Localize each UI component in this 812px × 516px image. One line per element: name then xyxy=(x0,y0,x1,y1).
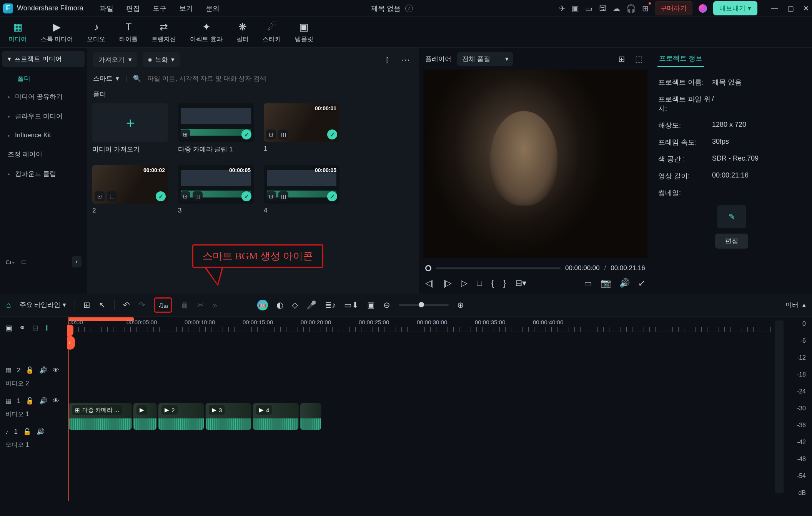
mic-icon[interactable]: 🎤 xyxy=(306,300,316,310)
export-button[interactable]: 내보내기▾ xyxy=(713,1,757,15)
playhead[interactable] xyxy=(68,317,69,501)
track-head-video-2[interactable]: ▦2 🔓 🔊 👁 xyxy=(4,362,63,379)
buy-button[interactable]: 구매하기 xyxy=(655,1,692,15)
zoom-out-icon[interactable]: ⊖ xyxy=(383,300,390,310)
play-icon[interactable]: ▷ xyxy=(461,278,468,288)
cursor-icon[interactable]: ↖ xyxy=(99,300,106,310)
tab-titles[interactable]: T타이틀 xyxy=(118,19,139,46)
marker-icon[interactable]: ◇ xyxy=(292,300,298,310)
folder-icon[interactable]: 🗀 xyxy=(21,258,27,265)
filter-icon[interactable]: ⫿ xyxy=(386,55,390,65)
zoom-in-icon[interactable]: ⊕ xyxy=(457,300,464,310)
render-icon[interactable]: ▭⬇ xyxy=(344,300,359,310)
track-head-video-1[interactable]: ▦1 🔓 🔊 👁 xyxy=(4,392,63,410)
visibility-icon[interactable]: 👁 xyxy=(53,367,59,374)
visibility-icon[interactable]: 👁 xyxy=(53,397,59,405)
menu-view[interactable]: 보기 xyxy=(179,5,193,12)
undo-icon[interactable]: ↶ xyxy=(123,300,130,310)
timeline-clip-3[interactable]: ▶3 xyxy=(205,403,251,430)
track-video-2[interactable] xyxy=(67,359,771,389)
more-tools-icon[interactable]: » xyxy=(213,300,217,310)
tablet-icon[interactable]: ▣ xyxy=(572,4,579,13)
sidebar-item-influence-kit[interactable]: ▸Influence Kit xyxy=(2,127,85,144)
lock-icon[interactable]: 🔓 xyxy=(26,397,34,405)
sidebar-item-share-media[interactable]: ▸미디어 공유하기 xyxy=(2,88,85,106)
grid-view-icon[interactable]: ⊞ xyxy=(618,55,625,64)
tab-stickers[interactable]: ☄스티커 xyxy=(261,19,283,46)
cut-icon[interactable]: ✂ xyxy=(197,300,204,310)
edit-button[interactable]: 편집 xyxy=(715,234,748,249)
apps-icon[interactable]: ⊞ xyxy=(642,4,649,13)
menu-file[interactable]: 파일 xyxy=(100,5,113,12)
delete-icon[interactable]: 🗑 xyxy=(181,300,189,310)
thumbnail-slot[interactable]: ✎ xyxy=(717,205,746,228)
snap-off-icon[interactable]: ⊟ xyxy=(32,324,38,332)
tab-templates[interactable]: ▣템플릿 xyxy=(293,19,315,46)
sidebar-item-adjustment-layer[interactable]: 조정 레이어 xyxy=(2,145,85,163)
redo-icon[interactable]: ↷ xyxy=(138,300,145,310)
ai-copilot-icon[interactable]: 🤖 xyxy=(257,300,268,310)
color-wheel-icon[interactable]: ◐ xyxy=(276,300,283,310)
media-clip-1[interactable]: 00:00:01 ⊡◫ ✓ 1 xyxy=(264,103,339,154)
sidebar-item-compound-clip[interactable]: ▸컴파운드 클립 xyxy=(2,165,85,183)
volume-icon[interactable]: 🔊 xyxy=(619,278,630,288)
prev-frame-icon[interactable]: ◁| xyxy=(425,278,434,288)
mute-icon[interactable]: 🔊 xyxy=(39,397,47,405)
timeline-clip-2[interactable]: ▶2 xyxy=(158,403,204,430)
timeline-clip-end[interactable] xyxy=(300,403,321,430)
timeline-tracks[interactable]: 00:00 00:00:05:00 00:00:10:00 00:00:15:0… xyxy=(67,317,771,501)
tab-effects[interactable]: ✦이펙트 효과 xyxy=(188,19,224,46)
media-thumb[interactable]: 00:00:05 ⊡◫ ✓ xyxy=(264,165,339,204)
folder-add-icon[interactable]: 🗀₊ xyxy=(5,258,15,265)
mark-out-icon[interactable]: } xyxy=(503,278,506,288)
tab-stock-media[interactable]: ▶스톡 미디어 xyxy=(39,19,75,46)
play-pause-icon[interactable]: |▷ xyxy=(443,278,452,288)
sidebar-item-project-media[interactable]: ▾프로젝트 미디어 xyxy=(2,51,85,67)
expand-icon[interactable]: ⤢ xyxy=(638,278,645,288)
link-icon[interactable]: ⚭ xyxy=(19,324,25,332)
home-icon[interactable]: ⌂ xyxy=(6,300,11,310)
media-thumb[interactable]: 00:00:05 ⊡◫ ✓ xyxy=(178,165,254,204)
import-dropdown[interactable]: 가져오기▾ xyxy=(93,52,137,67)
timeline-dropdown[interactable]: 주요 타임라인▾ xyxy=(20,300,67,309)
track-video-1[interactable]: ⊞다중 카메라 ... ▶ ▶2 ▶3 ▶4 xyxy=(67,403,771,433)
media-thumb[interactable]: 00:00:02 ⊡◫ ✓ xyxy=(92,165,168,204)
smart-mode-dropdown[interactable]: 스마트▾ xyxy=(93,74,119,83)
audio-mix-icon[interactable]: ≣♪ xyxy=(325,300,336,310)
playhead-start-icon[interactable] xyxy=(425,265,431,271)
track-audio-1[interactable] xyxy=(67,438,771,456)
search-icon[interactable]: 🔍 xyxy=(133,75,141,83)
more-icon[interactable]: ⋯ xyxy=(401,55,410,65)
scope-icon[interactable]: ⬚ xyxy=(635,55,643,64)
cloud-icon[interactable]: ☁ xyxy=(612,4,620,13)
lock-icon[interactable]: 🔓 xyxy=(26,366,34,374)
menu-help[interactable]: 문의 xyxy=(206,5,220,12)
media-import-cell[interactable]: ＋ 미디어 가져오기 xyxy=(92,103,168,154)
tab-media[interactable]: ▦미디어 xyxy=(7,19,28,46)
user-avatar-icon[interactable] xyxy=(699,4,707,13)
tab-audio[interactable]: ♪오디오 xyxy=(85,19,107,46)
maximize-icon[interactable]: ▢ xyxy=(787,4,794,13)
timeline-thumbs-icon[interactable]: ▣ xyxy=(5,324,12,332)
menu-tools[interactable]: 도구 xyxy=(153,5,166,12)
mark-in-icon[interactable]: { xyxy=(491,278,494,288)
playhead-handle-icon[interactable] xyxy=(67,325,73,337)
zoom-knob-icon[interactable] xyxy=(419,302,424,307)
mute-icon[interactable]: 🔊 xyxy=(39,366,47,374)
close-icon[interactable]: ✕ xyxy=(803,4,809,13)
send-icon[interactable]: ✈ xyxy=(559,4,566,13)
magnet-icon[interactable]: ⊞ xyxy=(83,300,90,310)
snapshot-icon[interactable]: 📷 xyxy=(601,278,611,288)
stop-icon[interactable]: □ xyxy=(477,278,482,288)
collapse-sidebar-icon[interactable]: ‹ xyxy=(72,256,82,267)
minimize-icon[interactable]: — xyxy=(771,4,778,13)
auto-ripple-icon[interactable]: ⫿ xyxy=(45,324,49,332)
timeline-ruler[interactable]: 00:00 00:00:05:00 00:00:10:00 00:00:15:0… xyxy=(67,317,771,332)
timeline-clip-multicam[interactable]: ⊞다중 카메라 ... xyxy=(68,403,132,430)
track-head-audio-1[interactable]: ♪1 🔓 🔊 xyxy=(4,423,63,440)
tab-filters[interactable]: ❋필터 xyxy=(235,19,250,46)
preview-scrubber[interactable] xyxy=(436,267,561,269)
preview-viewport[interactable] xyxy=(423,70,647,258)
media-clip-4[interactable]: 00:00:05 ⊡◫ ✓ 4 xyxy=(264,165,339,214)
timeline-clip-4[interactable]: ▶4 xyxy=(253,403,299,430)
